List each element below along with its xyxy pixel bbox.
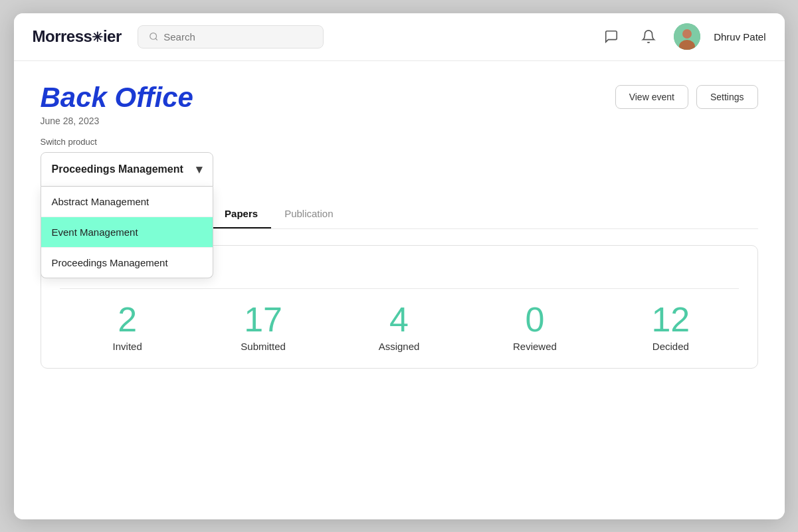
svg-line-1 [155, 39, 157, 41]
stat-reviewed-number: 0 [525, 302, 544, 337]
stat-reviewed: 0 Reviewed [467, 302, 603, 352]
header: Morress✳ier Dhruv Patel [14, 13, 785, 61]
stats-row: 2 Invited 17 Submitted 4 Assigned 0 Revi… [60, 302, 739, 352]
stat-assigned-label: Assigned [379, 341, 420, 352]
stat-decided: 12 Decided [603, 302, 738, 352]
stat-submitted-number: 17 [244, 302, 282, 337]
messages-icon[interactable] [599, 25, 623, 48]
stats-divider [60, 288, 739, 289]
stat-reviewed-label: Reviewed [513, 341, 557, 352]
main-content: Back Office June 28, 2023 View event Set… [14, 61, 785, 519]
search-input[interactable] [163, 31, 312, 43]
dropdown-selected-label: Proceedings Management [52, 163, 183, 175]
user-name-label: Dhruv Patel [714, 31, 765, 43]
page-header: Back Office June 28, 2023 View event Set… [41, 82, 758, 126]
notifications-icon[interactable] [637, 25, 660, 48]
search-icon [149, 31, 159, 42]
svg-point-5 [683, 30, 691, 38]
header-actions: View event Settings [615, 85, 758, 109]
tab-papers[interactable]: Papers [211, 200, 271, 228]
stat-submitted-label: Submitted [241, 341, 286, 352]
view-event-button[interactable]: View event [615, 85, 688, 109]
title-group: Back Office June 28, 2023 [41, 82, 193, 126]
stat-assigned: 4 Assigned [331, 302, 466, 352]
stat-invited-number: 2 [118, 302, 137, 337]
page-title: Back Office [41, 82, 193, 113]
stat-decided-number: 12 [651, 302, 690, 337]
settings-button[interactable]: Settings [696, 85, 758, 109]
avatar[interactable] [674, 23, 700, 50]
stat-invited-label: Invited [113, 341, 142, 352]
dropdown-item-event-management[interactable]: Event Management [41, 217, 213, 248]
stat-submitted: 17 Submitted [195, 302, 331, 352]
switch-product-label: Switch product [41, 137, 758, 147]
search-bar[interactable] [138, 25, 324, 48]
logo: Morress✳ier [33, 27, 122, 46]
dropdown-item-abstract-management[interactable]: Abstract Management [41, 187, 213, 217]
header-right: Dhruv Patel [599, 23, 765, 50]
page-date: June 28, 2023 [41, 116, 193, 126]
tab-publication[interactable]: Publication [271, 200, 346, 228]
product-dropdown-menu: Abstract Management Event Management Pro… [41, 187, 213, 278]
chevron-down-icon: ▾ [196, 162, 202, 177]
product-dropdown-trigger[interactable]: Proceedings Management ▾ [41, 152, 213, 187]
stat-decided-label: Decided [652, 341, 689, 352]
stat-invited: 2 Invited [60, 302, 195, 352]
app-window: Morress✳ier Dhruv Patel [14, 13, 785, 519]
svg-point-0 [150, 33, 157, 40]
product-dropdown-wrapper: Proceedings Management ▾ Abstract Manage… [41, 152, 213, 187]
dropdown-item-proceedings-management[interactable]: Proceedings Management [41, 248, 213, 278]
stat-assigned-number: 4 [389, 302, 409, 337]
